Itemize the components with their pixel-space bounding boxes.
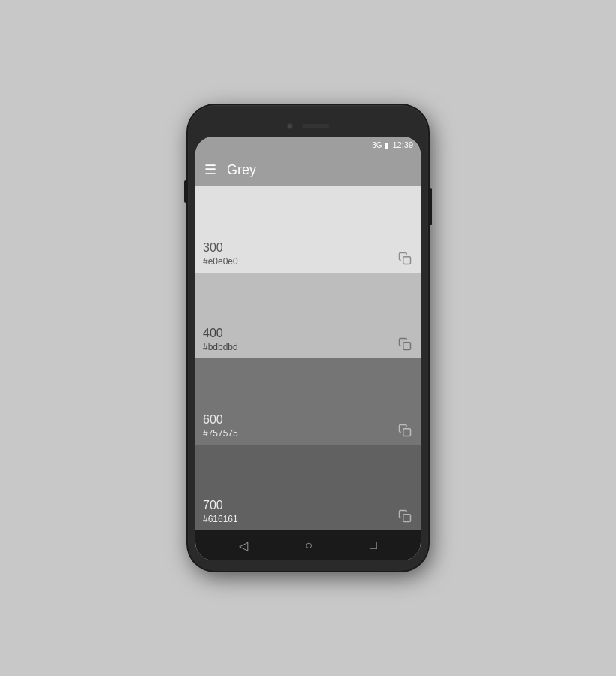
battery-icon: ▮ [385, 141, 389, 149]
menu-icon[interactable]: ☰ [204, 161, 216, 178]
top-bezel [195, 116, 421, 137]
phone-screen: 3G ▮ 12:39 ☰ Grey 300 #e0e0e0 4 [195, 137, 421, 560]
status-bar: 3G ▮ 12:39 [195, 137, 421, 153]
recents-button[interactable]: □ [370, 539, 377, 552]
copy-button[interactable] [398, 337, 413, 352]
swatch-300: 300 #e0e0e0 [195, 186, 421, 273]
svg-rect-3 [403, 515, 411, 522]
bottom-nav: ◁ ○ □ [195, 530, 421, 560]
swatch-hex: #757575 [203, 428, 413, 439]
app-bar: ☰ Grey [195, 153, 421, 186]
swatch-hex: #616161 [203, 514, 413, 524]
swatch-400: 400 #bdbdbd [195, 273, 421, 359]
swatch-hex: #e0e0e0 [203, 256, 413, 267]
copy-button[interactable] [398, 509, 413, 524]
camera-dot [287, 123, 293, 129]
svg-rect-0 [403, 256, 411, 264]
home-button[interactable]: ○ [305, 539, 313, 552]
swatch-number: 600 [203, 413, 413, 427]
status-time: 12:39 [392, 140, 413, 149]
swatch-700: 700 #616161 [195, 445, 421, 531]
phone-device: 3G ▮ 12:39 ☰ Grey 300 #e0e0e0 4 [188, 105, 428, 571]
speaker [302, 124, 329, 128]
copy-button[interactable] [398, 424, 413, 439]
swatches-list: 300 #e0e0e0 400 #bdbdbd [195, 186, 421, 530]
network-icon: 3G [372, 141, 382, 149]
svg-rect-2 [403, 428, 411, 436]
swatch-number: 400 [203, 327, 413, 340]
swatch-number: 700 [203, 499, 413, 512]
svg-rect-1 [403, 343, 411, 350]
app-title: Grey [227, 162, 256, 178]
back-button[interactable]: ◁ [239, 539, 248, 553]
copy-button[interactable] [398, 252, 413, 267]
swatch-number: 300 [203, 241, 413, 255]
swatch-hex: #bdbdbd [203, 342, 413, 352]
swatch-600: 600 #757575 [195, 358, 421, 445]
